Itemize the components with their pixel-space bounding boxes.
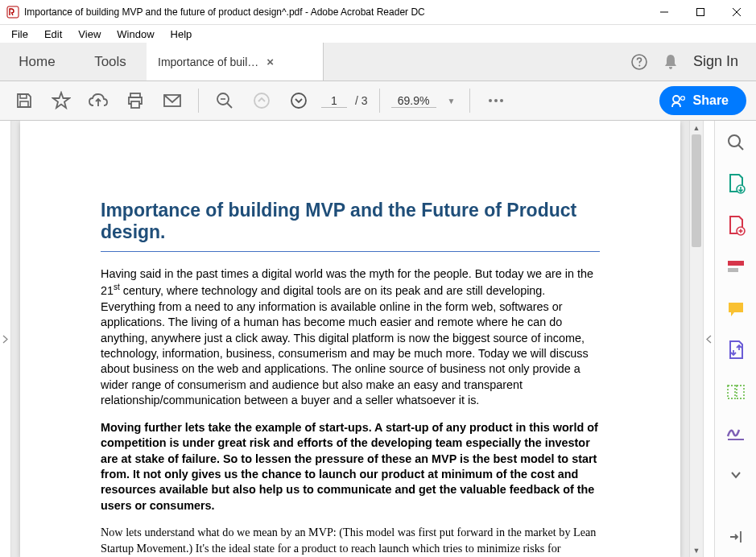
menu-help[interactable]: Help <box>164 27 199 42</box>
svg-rect-32 <box>728 386 735 398</box>
menu-edit[interactable]: Edit <box>38 27 68 42</box>
comment-icon[interactable] <box>725 299 747 319</box>
separator <box>469 89 470 113</box>
separator <box>379 89 380 113</box>
bell-icon[interactable] <box>663 53 679 71</box>
svg-point-16 <box>291 93 306 108</box>
svg-line-25 <box>738 145 743 150</box>
page-total: / 3 <box>355 94 368 107</box>
document-page: Importance of building MVP and the Futur… <box>20 121 680 557</box>
edit-pdf-icon[interactable] <box>725 257 747 277</box>
zoom-input[interactable] <box>391 94 436 108</box>
svg-point-20 <box>673 96 680 102</box>
window-title: Importance of building MVP and the futur… <box>24 6 646 18</box>
svg-rect-7 <box>20 94 27 98</box>
menu-file[interactable]: File <box>5 27 35 42</box>
create-pdf-icon[interactable] <box>725 215 747 236</box>
doc-paragraph-3: Now lets understand what do we mean by a… <box>101 525 600 557</box>
menu-bar: File Edit View Window Help <box>0 25 756 43</box>
more-tools-icon[interactable] <box>725 464 747 485</box>
sign-tool-icon[interactable] <box>725 423 747 444</box>
minimize-button[interactable] <box>646 1 682 24</box>
svg-point-6 <box>638 64 640 66</box>
scroll-down-icon[interactable]: ▼ <box>690 543 703 557</box>
maximize-button[interactable] <box>682 1 718 24</box>
svg-point-24 <box>729 135 740 146</box>
page-down-icon[interactable] <box>284 86 313 115</box>
menu-window[interactable]: Window <box>110 27 160 42</box>
scroll-thumb[interactable] <box>692 134 701 247</box>
app-toolbar: Home Tools Importance of buil… × Sign In <box>0 43 756 81</box>
tab-document[interactable]: Importance of buil… × <box>147 43 324 80</box>
save-icon[interactable] <box>10 86 39 115</box>
tab-close-icon[interactable]: × <box>266 55 274 68</box>
svg-point-19 <box>500 99 503 102</box>
separator <box>198 89 199 113</box>
doc-paragraph-2: Moving further lets take the example of … <box>101 420 600 514</box>
cloud-upload-icon[interactable] <box>84 86 113 115</box>
menu-view[interactable]: View <box>72 27 107 42</box>
page-number-input[interactable] <box>321 94 347 108</box>
close-button[interactable] <box>718 1 754 24</box>
print-icon[interactable] <box>121 86 150 115</box>
svg-rect-30 <box>728 261 744 266</box>
star-icon[interactable] <box>47 86 76 115</box>
mail-icon[interactable] <box>158 86 187 115</box>
doc-title: Importance of building MVP and the Futur… <box>101 200 600 252</box>
share-button[interactable]: Share <box>659 86 746 115</box>
content-area: Importance of building MVP and the Futur… <box>0 121 756 557</box>
sign-in-link[interactable]: Sign In <box>693 53 738 70</box>
svg-point-15 <box>254 93 269 108</box>
doc-paragraph-1: Having said in the past times a digital … <box>101 266 600 409</box>
right-nav-toggle[interactable] <box>703 121 714 557</box>
vertical-scrollbar[interactable]: ▲ ▼ <box>689 121 703 557</box>
left-nav-toggle[interactable] <box>0 121 11 557</box>
svg-rect-31 <box>728 268 738 272</box>
app-icon <box>6 6 19 19</box>
svg-point-17 <box>489 99 492 102</box>
tab-document-label: Importance of buil… <box>158 56 258 68</box>
svg-point-18 <box>494 99 498 102</box>
svg-rect-10 <box>131 101 139 108</box>
help-icon[interactable] <box>630 53 648 71</box>
collapse-panel-icon[interactable] <box>725 527 747 547</box>
right-tool-panel <box>714 121 756 557</box>
zoom-dropdown-icon[interactable]: ▼ <box>444 97 459 105</box>
share-label: Share <box>693 93 729 108</box>
export-pdf-icon[interactable] <box>725 173 747 194</box>
svg-rect-33 <box>737 386 744 398</box>
scroll-up-icon[interactable]: ▲ <box>690 121 703 134</box>
svg-line-13 <box>227 103 232 108</box>
combine-icon[interactable] <box>725 340 747 361</box>
tab-tools[interactable]: Tools <box>74 43 147 80</box>
tab-home[interactable]: Home <box>0 43 74 80</box>
svg-rect-2 <box>696 9 704 16</box>
document-viewport[interactable]: Importance of building MVP and the Futur… <box>11 121 689 557</box>
more-icon[interactable] <box>481 86 510 115</box>
page-up-icon[interactable] <box>247 86 276 115</box>
search-tool-icon[interactable] <box>725 132 747 152</box>
title-bar: Importance of building MVP and the futur… <box>0 0 756 25</box>
zoom-find-icon[interactable] <box>210 86 239 115</box>
organize-icon[interactable] <box>725 382 747 402</box>
svg-rect-8 <box>20 101 28 107</box>
document-toolbar: / 3 ▼ Share <box>0 81 756 121</box>
